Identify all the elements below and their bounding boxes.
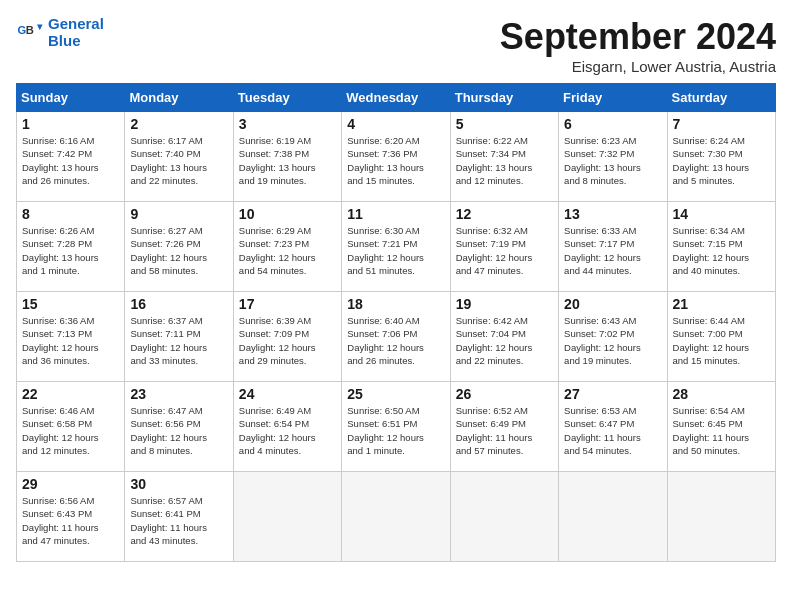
day-number-13: 13 [564,206,661,222]
calendar-row-5: 29Sunrise: 6:56 AM Sunset: 6:43 PM Dayli… [17,472,776,562]
day-number-24: 24 [239,386,336,402]
day-info-3: Sunrise: 6:19 AM Sunset: 7:38 PM Dayligh… [239,134,336,187]
header-monday: Monday [125,84,233,112]
day-number-17: 17 [239,296,336,312]
calendar-cell-w2-d6: 13Sunrise: 6:33 AM Sunset: 7:17 PM Dayli… [559,202,667,292]
day-number-23: 23 [130,386,227,402]
day-number-1: 1 [22,116,119,132]
day-number-29: 29 [22,476,119,492]
title-block: September 2024 Eisgarn, Lower Austria, A… [500,16,776,75]
calendar-table: Sunday Monday Tuesday Wednesday Thursday… [16,83,776,562]
day-info-2: Sunrise: 6:17 AM Sunset: 7:40 PM Dayligh… [130,134,227,187]
day-number-15: 15 [22,296,119,312]
calendar-cell-w5-d2: 30Sunrise: 6:57 AM Sunset: 6:41 PM Dayli… [125,472,233,562]
calendar-cell-w3-d6: 20Sunrise: 6:43 AM Sunset: 7:02 PM Dayli… [559,292,667,382]
calendar-cell-w2-d4: 11Sunrise: 6:30 AM Sunset: 7:21 PM Dayli… [342,202,450,292]
day-info-18: Sunrise: 6:40 AM Sunset: 7:06 PM Dayligh… [347,314,444,367]
day-number-27: 27 [564,386,661,402]
calendar-cell-w2-d2: 9Sunrise: 6:27 AM Sunset: 7:26 PM Daylig… [125,202,233,292]
day-number-6: 6 [564,116,661,132]
day-number-5: 5 [456,116,553,132]
day-info-19: Sunrise: 6:42 AM Sunset: 7:04 PM Dayligh… [456,314,553,367]
day-number-11: 11 [347,206,444,222]
header-wednesday: Wednesday [342,84,450,112]
calendar-cell-w2-d7: 14Sunrise: 6:34 AM Sunset: 7:15 PM Dayli… [667,202,775,292]
svg-marker-2 [37,24,43,30]
calendar-cell-w1-d5: 5Sunrise: 6:22 AM Sunset: 7:34 PM Daylig… [450,112,558,202]
day-info-12: Sunrise: 6:32 AM Sunset: 7:19 PM Dayligh… [456,224,553,277]
calendar-cell-w1-d4: 4Sunrise: 6:20 AM Sunset: 7:36 PM Daylig… [342,112,450,202]
day-info-21: Sunrise: 6:44 AM Sunset: 7:00 PM Dayligh… [673,314,770,367]
day-number-21: 21 [673,296,770,312]
calendar-cell-w1-d3: 3Sunrise: 6:19 AM Sunset: 7:38 PM Daylig… [233,112,341,202]
calendar-cell-w5-d1: 29Sunrise: 6:56 AM Sunset: 6:43 PM Dayli… [17,472,125,562]
calendar-cell-w3-d1: 15Sunrise: 6:36 AM Sunset: 7:13 PM Dayli… [17,292,125,382]
calendar-row-1: 1Sunrise: 6:16 AM Sunset: 7:42 PM Daylig… [17,112,776,202]
day-info-1: Sunrise: 6:16 AM Sunset: 7:42 PM Dayligh… [22,134,119,187]
calendar-cell-w4-d4: 25Sunrise: 6:50 AM Sunset: 6:51 PM Dayli… [342,382,450,472]
calendar-cell-w1-d7: 7Sunrise: 6:24 AM Sunset: 7:30 PM Daylig… [667,112,775,202]
day-info-22: Sunrise: 6:46 AM Sunset: 6:58 PM Dayligh… [22,404,119,457]
day-info-6: Sunrise: 6:23 AM Sunset: 7:32 PM Dayligh… [564,134,661,187]
calendar-cell-w3-d7: 21Sunrise: 6:44 AM Sunset: 7:00 PM Dayli… [667,292,775,382]
calendar-cell-w4-d2: 23Sunrise: 6:47 AM Sunset: 6:56 PM Dayli… [125,382,233,472]
day-info-20: Sunrise: 6:43 AM Sunset: 7:02 PM Dayligh… [564,314,661,367]
day-info-24: Sunrise: 6:49 AM Sunset: 6:54 PM Dayligh… [239,404,336,457]
calendar-cell-w3-d2: 16Sunrise: 6:37 AM Sunset: 7:11 PM Dayli… [125,292,233,382]
day-number-8: 8 [22,206,119,222]
day-info-28: Sunrise: 6:54 AM Sunset: 6:45 PM Dayligh… [673,404,770,457]
calendar-header-row: Sunday Monday Tuesday Wednesday Thursday… [17,84,776,112]
calendar-cell-w1-d6: 6Sunrise: 6:23 AM Sunset: 7:32 PM Daylig… [559,112,667,202]
calendar-row-4: 22Sunrise: 6:46 AM Sunset: 6:58 PM Dayli… [17,382,776,472]
svg-text:G: G [17,24,26,36]
day-number-3: 3 [239,116,336,132]
day-info-8: Sunrise: 6:26 AM Sunset: 7:28 PM Dayligh… [22,224,119,277]
calendar-cell-w4-d6: 27Sunrise: 6:53 AM Sunset: 6:47 PM Dayli… [559,382,667,472]
page-header: G B General Blue September 2024 Eisgarn,… [16,16,776,75]
day-info-13: Sunrise: 6:33 AM Sunset: 7:17 PM Dayligh… [564,224,661,277]
calendar-cell-w5-d5 [450,472,558,562]
day-info-26: Sunrise: 6:52 AM Sunset: 6:49 PM Dayligh… [456,404,553,457]
day-number-14: 14 [673,206,770,222]
calendar-row-2: 8Sunrise: 6:26 AM Sunset: 7:28 PM Daylig… [17,202,776,292]
header-thursday: Thursday [450,84,558,112]
day-number-12: 12 [456,206,553,222]
calendar-cell-w4-d5: 26Sunrise: 6:52 AM Sunset: 6:49 PM Dayli… [450,382,558,472]
calendar-cell-w3-d4: 18Sunrise: 6:40 AM Sunset: 7:06 PM Dayli… [342,292,450,382]
header-tuesday: Tuesday [233,84,341,112]
location-subtitle: Eisgarn, Lower Austria, Austria [500,58,776,75]
day-number-18: 18 [347,296,444,312]
day-info-10: Sunrise: 6:29 AM Sunset: 7:23 PM Dayligh… [239,224,336,277]
day-info-17: Sunrise: 6:39 AM Sunset: 7:09 PM Dayligh… [239,314,336,367]
day-info-5: Sunrise: 6:22 AM Sunset: 7:34 PM Dayligh… [456,134,553,187]
calendar-cell-w2-d1: 8Sunrise: 6:26 AM Sunset: 7:28 PM Daylig… [17,202,125,292]
day-number-10: 10 [239,206,336,222]
header-sunday: Sunday [17,84,125,112]
header-saturday: Saturday [667,84,775,112]
day-info-25: Sunrise: 6:50 AM Sunset: 6:51 PM Dayligh… [347,404,444,457]
logo: G B General Blue [16,16,104,49]
header-friday: Friday [559,84,667,112]
day-info-23: Sunrise: 6:47 AM Sunset: 6:56 PM Dayligh… [130,404,227,457]
calendar-cell-w5-d7 [667,472,775,562]
calendar-cell-w4-d1: 22Sunrise: 6:46 AM Sunset: 6:58 PM Dayli… [17,382,125,472]
calendar-row-3: 15Sunrise: 6:36 AM Sunset: 7:13 PM Dayli… [17,292,776,382]
calendar-cell-w3-d3: 17Sunrise: 6:39 AM Sunset: 7:09 PM Dayli… [233,292,341,382]
day-info-15: Sunrise: 6:36 AM Sunset: 7:13 PM Dayligh… [22,314,119,367]
day-number-4: 4 [347,116,444,132]
day-info-30: Sunrise: 6:57 AM Sunset: 6:41 PM Dayligh… [130,494,227,547]
calendar-cell-w2-d3: 10Sunrise: 6:29 AM Sunset: 7:23 PM Dayli… [233,202,341,292]
day-info-14: Sunrise: 6:34 AM Sunset: 7:15 PM Dayligh… [673,224,770,277]
day-info-16: Sunrise: 6:37 AM Sunset: 7:11 PM Dayligh… [130,314,227,367]
day-info-29: Sunrise: 6:56 AM Sunset: 6:43 PM Dayligh… [22,494,119,547]
day-number-28: 28 [673,386,770,402]
logo-icon: G B [16,19,44,47]
calendar-cell-w5-d4 [342,472,450,562]
calendar-cell-w5-d3 [233,472,341,562]
calendar-cell-w1-d1: 1Sunrise: 6:16 AM Sunset: 7:42 PM Daylig… [17,112,125,202]
day-number-2: 2 [130,116,227,132]
calendar-cell-w2-d5: 12Sunrise: 6:32 AM Sunset: 7:19 PM Dayli… [450,202,558,292]
day-info-27: Sunrise: 6:53 AM Sunset: 6:47 PM Dayligh… [564,404,661,457]
day-number-20: 20 [564,296,661,312]
calendar-cell-w5-d6 [559,472,667,562]
